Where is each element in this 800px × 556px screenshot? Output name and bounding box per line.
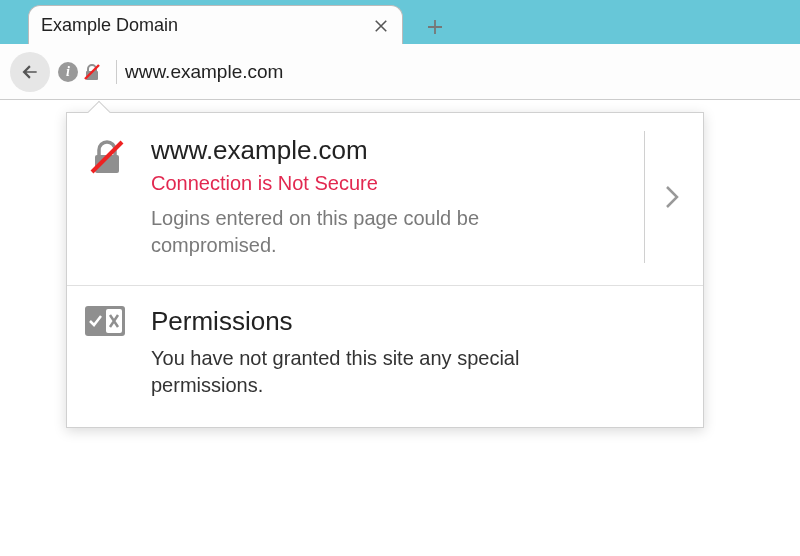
permissions-description: You have not granted this site any speci… [151,345,611,399]
security-host: www.example.com [151,135,626,166]
permissions-icon [85,306,143,399]
permissions-section: Permissions You have not granted this si… [67,286,703,427]
site-identity-block[interactable]: i [58,62,102,82]
security-details-button[interactable] [659,135,685,259]
tab-title: Example Domain [41,15,372,36]
back-arrow-icon [20,62,40,82]
url-input[interactable] [125,61,790,83]
site-identity-popup: www.example.com Connection is Not Secure… [66,112,704,428]
browser-tab[interactable]: Example Domain [28,5,403,45]
toolbar-separator [116,60,117,84]
back-button[interactable] [10,52,50,92]
permissions-title: Permissions [151,306,685,337]
insecure-lock-icon [82,62,102,82]
new-tab-button[interactable] [415,10,455,44]
security-status: Connection is Not Secure [151,172,626,195]
section-divider [644,131,645,263]
security-section: www.example.com Connection is Not Secure… [67,113,703,285]
toolbar: i [0,44,800,100]
security-description: Logins entered on this page could be com… [151,205,571,259]
insecure-lock-large-icon [85,135,143,259]
chevron-right-icon [665,185,679,209]
tab-close-icon[interactable] [372,17,390,35]
info-icon: i [58,62,78,82]
